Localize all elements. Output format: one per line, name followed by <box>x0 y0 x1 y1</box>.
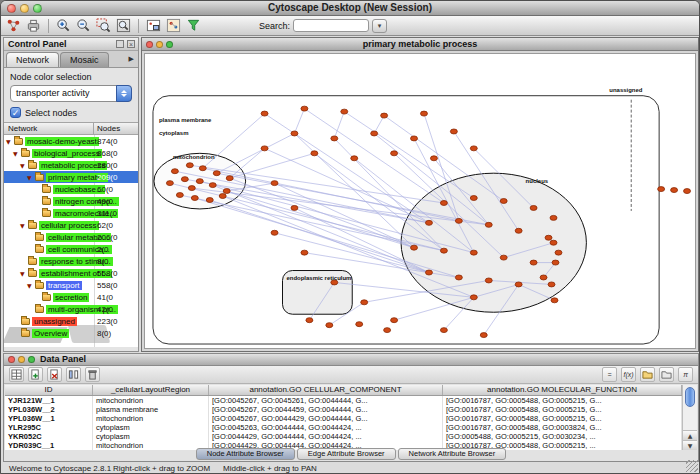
table-row[interactable]: YPL036W__1mitochondrion[GO:0045267, GO:0… <box>5 414 682 423</box>
minimize-panel-icon[interactable] <box>18 356 25 363</box>
zoom-fit-icon[interactable] <box>115 17 132 34</box>
resize-grip-icon[interactable] <box>686 460 698 472</box>
network-node[interactable] <box>485 222 492 227</box>
network-node[interactable] <box>213 171 220 176</box>
network-node[interactable] <box>411 245 418 250</box>
network-node[interactable] <box>548 282 555 287</box>
network-node[interactable] <box>351 156 358 161</box>
float-panel-icon[interactable] <box>116 40 124 48</box>
tree-header-network[interactable]: Network <box>4 123 94 134</box>
tree-row[interactable]: Overview8(0) <box>4 327 138 339</box>
tree-expander-icon[interactable]: ▼ <box>6 138 14 145</box>
network-node[interactable] <box>425 270 432 275</box>
network-node[interactable] <box>176 193 183 198</box>
network-node[interactable] <box>219 194 226 199</box>
network-node[interactable] <box>191 196 198 201</box>
network-node[interactable] <box>658 187 665 192</box>
tree-header-nodes[interactable]: Nodes <box>94 123 138 134</box>
function-builder-icon[interactable]: f(x) <box>621 367 636 382</box>
network-view-titlebar[interactable]: primary metabolic process <box>142 38 698 51</box>
network-node[interactable] <box>551 298 558 303</box>
select-attributes-icon[interactable] <box>9 367 24 382</box>
equation-icon[interactable]: = <box>602 367 617 382</box>
close-panel-icon[interactable]: × <box>127 40 135 48</box>
tree-row[interactable]: ▼biological_process868(0 <box>4 147 138 159</box>
network-node[interactable] <box>206 198 213 203</box>
network-node[interactable] <box>485 278 492 283</box>
network-node[interactable] <box>420 111 427 116</box>
network-node[interactable] <box>209 183 216 188</box>
overview-icon[interactable] <box>145 17 162 34</box>
network-node[interactable] <box>550 240 557 245</box>
network-node[interactable] <box>425 220 432 225</box>
vizmapper-icon[interactable] <box>165 17 182 34</box>
network-node[interactable] <box>440 328 447 333</box>
column-header[interactable]: _cellularLayoutRegion <box>93 385 209 395</box>
network-node[interactable] <box>671 188 678 193</box>
tree-row[interactable]: nitrogen compo...49(0 <box>4 195 138 207</box>
table-row[interactable]: YPL036W__2plasma membrane[GO:0045267, GO… <box>5 405 682 414</box>
attribute-browser-tab[interactable]: Edge Attribute Browser <box>297 448 396 460</box>
network-node[interactable] <box>188 186 195 191</box>
network-node[interactable] <box>223 189 230 194</box>
network-node[interactable] <box>311 151 318 156</box>
network-node[interactable] <box>545 235 552 240</box>
network-node[interactable] <box>391 151 398 156</box>
network-node[interactable] <box>291 131 298 136</box>
tab-mosaic[interactable]: Mosaic <box>60 52 109 67</box>
network-icon[interactable] <box>5 17 22 34</box>
network-node[interactable] <box>301 106 308 111</box>
network-node[interactable] <box>356 322 363 327</box>
create-attribute-icon[interactable] <box>28 367 43 382</box>
network-node[interactable] <box>411 136 418 141</box>
network-node[interactable] <box>470 146 477 151</box>
network-node[interactable] <box>552 260 559 265</box>
network-node[interactable] <box>271 181 278 186</box>
printer-icon[interactable] <box>25 17 42 34</box>
export-attributes-icon[interactable] <box>659 367 674 382</box>
column-header[interactable]: ID <box>5 385 93 395</box>
tree-expander-icon[interactable]: ▼ <box>27 174 35 181</box>
network-node[interactable] <box>301 250 308 255</box>
table-row[interactable]: YJR121W__1mitochondrion[GO:0045267, GO:0… <box>5 396 682 405</box>
attribute-browser-tab[interactable]: Network Attribute Browser <box>398 448 507 460</box>
network-node[interactable] <box>515 228 522 233</box>
tree-row[interactable]: secretion41(0 <box>4 291 138 303</box>
network-node[interactable] <box>171 169 178 174</box>
network-node[interactable] <box>181 177 188 182</box>
network-node[interactable] <box>455 275 462 280</box>
close-panel-icon[interactable] <box>8 356 15 363</box>
network-node[interactable] <box>530 260 537 265</box>
network-node[interactable] <box>550 215 557 220</box>
tree-row[interactable]: cellular metabo...206(0 <box>4 231 138 243</box>
maximize-view-icon[interactable] <box>166 41 173 48</box>
network-node[interactable] <box>555 250 562 255</box>
network-node[interactable] <box>186 163 193 168</box>
network-node[interactable] <box>440 248 447 253</box>
network-node[interactable] <box>261 111 268 116</box>
search-options-button[interactable]: ▾ <box>372 19 387 33</box>
close-view-icon[interactable] <box>146 41 153 48</box>
search-input[interactable] <box>293 19 369 32</box>
tab-network[interactable]: Network <box>6 52 59 67</box>
select-nodes-checkbox[interactable]: ✓ <box>10 107 21 118</box>
network-node[interactable] <box>500 199 507 204</box>
delete-attribute-icon[interactable] <box>47 367 62 382</box>
network-node[interactable] <box>500 255 507 260</box>
node-color-select[interactable]: transporter activity <box>10 85 132 102</box>
tree-row[interactable]: ▼primary metab...209(0 <box>4 171 138 183</box>
tree-expander-icon[interactable]: ▼ <box>20 162 28 169</box>
network-node[interactable] <box>540 275 547 280</box>
import-attributes-icon[interactable] <box>640 367 655 382</box>
tree-row[interactable]: unassigned223(0 <box>4 315 138 327</box>
tree-expander-icon[interactable]: ▼ <box>20 270 28 277</box>
scrollbar-thumb[interactable] <box>685 387 695 407</box>
data-panel-titlebar[interactable]: Data Panel <box>4 354 698 366</box>
network-node[interactable] <box>684 189 691 194</box>
network-node[interactable] <box>166 181 173 186</box>
network-node[interactable] <box>430 156 437 161</box>
network-node[interactable] <box>291 205 298 210</box>
filter-icon[interactable] <box>185 17 202 34</box>
tab-scroll-right-icon[interactable]: ▶ <box>127 52 136 67</box>
minimize-window-icon[interactable] <box>20 4 29 13</box>
